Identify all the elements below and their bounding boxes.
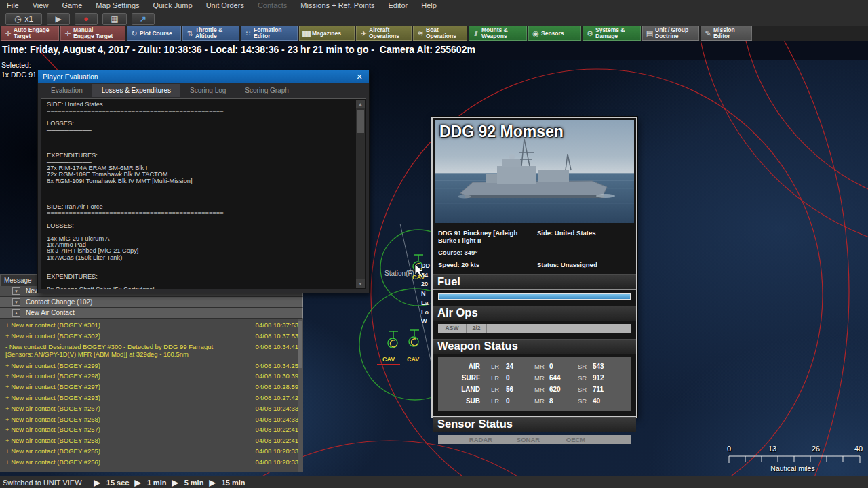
play-step-icon: ▶ bbox=[172, 478, 178, 487]
engage-arrows-icon: ✛ bbox=[61, 29, 73, 38]
dialog-content: SIDE: United States ====================… bbox=[41, 98, 366, 289]
record-button[interactable]: ● bbox=[75, 13, 98, 25]
message-log-scrollbar[interactable] bbox=[298, 319, 303, 472]
log-entry[interactable]: - New contact! Designated BOGEY #300 - D… bbox=[0, 342, 302, 361]
log-entry[interactable]: + New air contact (BOGEY #299)04/08 10:3… bbox=[0, 361, 302, 372]
log-entry[interactable]: + New air contact (BOGEY #293)04/08 10:2… bbox=[0, 393, 302, 404]
collapse-icon[interactable]: ▼ bbox=[12, 287, 20, 295]
message-log-panel: Message Log ▼ New Surfac ▼ Contact Chang… bbox=[0, 274, 304, 476]
mounts-weapons-button[interactable]: ///Mounts & Weapons bbox=[469, 26, 527, 41]
menu-quick-jump[interactable]: Quick Jump bbox=[146, 0, 199, 12]
scrollbar-thumb[interactable] bbox=[357, 110, 364, 133]
menu-editor[interactable]: Editor bbox=[381, 0, 414, 12]
play-step-icon: ▶ bbox=[94, 478, 100, 487]
boat-operations-button[interactable]: ≋Boat Operations bbox=[413, 26, 467, 41]
weapon-status-section-header: Weapon Status bbox=[433, 339, 636, 354]
manual-engage-target-button[interactable]: ✛Manual Engage Target bbox=[60, 26, 125, 41]
tab-scoring-graph[interactable]: Scoring Graph bbox=[235, 84, 298, 97]
station-label: Station(F) bbox=[384, 270, 414, 277]
unit-group-doctrine-button[interactable]: ▤Unit / Group Doctrine bbox=[642, 26, 699, 41]
scrollbar-thumb[interactable] bbox=[298, 321, 302, 368]
tab-evaluation[interactable]: Evaluation bbox=[41, 84, 92, 97]
plot-course-button[interactable]: ↻Plot Course bbox=[127, 26, 181, 41]
unit-label-underline bbox=[377, 364, 400, 365]
log-entry[interactable]: + New air contact (BOGEY #267)04/08 10:2… bbox=[0, 404, 302, 415]
log-group-new-air-contact[interactable]: ▲ New Air Contact bbox=[0, 308, 303, 319]
magazines-button[interactable]: ▮▮▮Magazines bbox=[299, 26, 355, 41]
scale-units-label: Nautical miles bbox=[719, 464, 867, 472]
throttle-altitude-button[interactable]: ⇅Throttle & Altitude bbox=[182, 26, 239, 41]
jump-arrow-icon: ↗ bbox=[140, 15, 146, 23]
screenshot-button[interactable]: ▦ bbox=[102, 13, 127, 25]
scale-tick-label: 40 bbox=[854, 445, 863, 453]
menu-missions-ref-points[interactable]: Missions + Ref. Points bbox=[294, 0, 381, 12]
status-message: Switched to UNIT VIEW bbox=[0, 479, 89, 487]
play-icon: ▶ bbox=[55, 15, 61, 23]
sensor-status-section-header: Sensor Status bbox=[433, 417, 636, 432]
sensor-oecm: OECM bbox=[552, 435, 599, 444]
menu-map-settings[interactable]: Map Settings bbox=[89, 0, 146, 12]
screenshot-icon: ▦ bbox=[111, 15, 118, 23]
log-entry[interactable]: + New air contact (BOGEY #255)04/08 10:2… bbox=[0, 447, 302, 458]
tab-scoring-log[interactable]: Scoring Log bbox=[180, 84, 235, 97]
weapons-icon: /// bbox=[469, 29, 481, 37]
systems-damage-button[interactable]: ⚙Systems & Damage bbox=[583, 26, 641, 41]
dialog-scrollbar[interactable]: ▲ ▼ bbox=[356, 100, 365, 288]
log-entry[interactable]: + New air contact (BOGEY #298)04/08 10:3… bbox=[0, 371, 302, 382]
scroll-down-icon[interactable]: ▼ bbox=[356, 279, 365, 288]
log-entry[interactable]: + New air contact (BOGEY #301)04/08 10:3… bbox=[0, 321, 302, 331]
unit-info-panel: DDG 92 Momsen DDG 91 Pinckney [Arleigh B… bbox=[431, 117, 637, 418]
auto-engage-target-button[interactable]: ✛Auto Engage Target bbox=[1, 26, 59, 41]
time-step-1min[interactable]: ▶1 min bbox=[134, 478, 166, 487]
play-button[interactable]: ▶ bbox=[47, 13, 70, 25]
unit-status: Status: Unassigned bbox=[537, 261, 631, 268]
menu-unit-orders[interactable]: Unit Orders bbox=[199, 0, 251, 12]
weapon-status-table: AIR LR24 MR0 SR543 SURF LR0 MR644 SR912 … bbox=[438, 357, 631, 411]
sensor-status-bar: RADAR SONAR OECM bbox=[438, 435, 631, 444]
log-entry[interactable]: + New air contact (BOGEY #258)04/08 10:2… bbox=[0, 436, 302, 447]
doctrine-pages-icon: ▤ bbox=[643, 29, 655, 38]
sensors-button[interactable]: ◉Sensors bbox=[528, 26, 581, 41]
weapon-row-land: LAND LR56 MR620 SR711 bbox=[438, 384, 631, 395]
menu-view[interactable]: View bbox=[26, 0, 56, 12]
menu-help[interactable]: Help bbox=[414, 0, 443, 12]
mission-editor-button[interactable]: ✎Mission Editor bbox=[701, 26, 752, 41]
log-group-contact-change[interactable]: ▼ Contact Change (102) bbox=[0, 297, 303, 308]
message-log-tab[interactable]: Message Log bbox=[0, 274, 42, 286]
player-evaluation-dialog: Player Evaluation ✕ Evaluation Losses & … bbox=[37, 70, 370, 293]
menu-game[interactable]: Game bbox=[55, 0, 89, 12]
formation-editor-button[interactable]: ∷Formation Editor bbox=[241, 26, 298, 41]
dialog-title[interactable]: Player Evaluation bbox=[38, 70, 369, 83]
time-step-15min[interactable]: ▶15 min bbox=[209, 478, 245, 487]
scroll-up-icon[interactable]: ▲ bbox=[356, 100, 365, 108]
boat-icon: ≋ bbox=[414, 29, 426, 38]
air-ops-mission-cell: ASW bbox=[438, 324, 467, 333]
engage-arrows-icon: ✛ bbox=[1, 29, 14, 38]
log-entry[interactable]: + New air contact (BOGEY #268)04/08 10:2… bbox=[0, 415, 302, 426]
menu-file[interactable]: File bbox=[0, 0, 26, 12]
tab-losses-expenditures[interactable]: Losses & Expenditures bbox=[92, 84, 180, 97]
aircraft-icon: ✈ bbox=[357, 29, 369, 38]
fuel-section-header: Fuel bbox=[433, 274, 636, 290]
jump-button[interactable]: ↗ bbox=[132, 13, 155, 25]
menu-contacts: Contacts bbox=[251, 0, 294, 12]
log-entry[interactable]: + New air contact (BOGEY #302)04/08 10:3… bbox=[0, 331, 302, 342]
air-ops-section-header: Air Ops bbox=[433, 306, 636, 321]
gear-icon: ⚙ bbox=[583, 29, 595, 38]
app-window: Station(F) CAV CAV CAV DD 34 20 N La Lo … bbox=[0, 0, 868, 488]
unit-label-cav: CAV bbox=[382, 356, 395, 363]
unit-datablock-fragment: DD 34 20 N La Lo W bbox=[421, 262, 431, 327]
aircraft-operations-button[interactable]: ✈Aircraft Operations bbox=[356, 26, 412, 41]
log-entry[interactable]: + New air contact (BOGEY #297)04/08 10:2… bbox=[0, 382, 302, 393]
time-compression-button[interactable]: ◷ x1 bbox=[5, 13, 42, 25]
fuel-gauge bbox=[438, 293, 631, 300]
collapse-icon[interactable]: ▼ bbox=[12, 298, 20, 306]
log-entry[interactable]: + New air contact (BOGEY #256)04/08 10:2… bbox=[0, 458, 302, 468]
time-step-5min[interactable]: ▶5 min bbox=[172, 478, 203, 487]
time-step-15sec[interactable]: ▶15 sec bbox=[94, 478, 130, 487]
close-icon[interactable]: ✕ bbox=[354, 70, 365, 83]
expand-icon[interactable]: ▲ bbox=[12, 309, 20, 317]
unit-photo: DDG 92 Momsen bbox=[435, 120, 634, 223]
log-entry[interactable]: + New air contact (BOGEY #257)04/08 10:2… bbox=[0, 425, 302, 436]
menu-bar: File View Game Map Settings Quick Jump U… bbox=[0, 0, 868, 12]
